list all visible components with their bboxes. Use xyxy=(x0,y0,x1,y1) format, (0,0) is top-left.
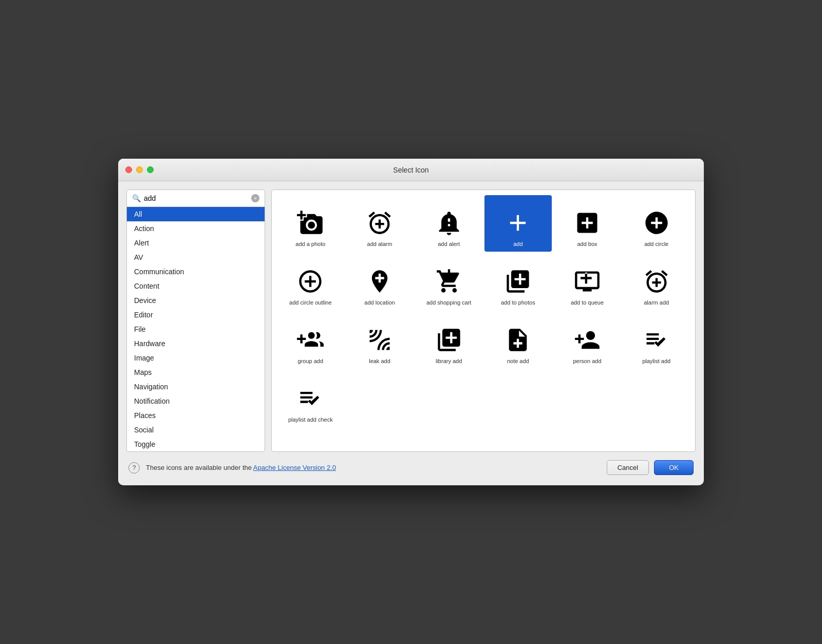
playlist-add-check-icon xyxy=(296,384,325,413)
icon-cell-person-add[interactable]: person add xyxy=(554,312,621,369)
icon-cell-library-add[interactable]: library add xyxy=(415,312,482,369)
icon-label-add-circle-outline: add circle outline xyxy=(289,299,332,306)
icon-cell-add-box[interactable]: add box xyxy=(554,195,621,252)
category-item-notification[interactable]: Notification xyxy=(127,394,265,408)
icon-cell-add-alarm[interactable]: add alarm xyxy=(346,195,414,252)
category-list: AllActionAlertAVCommunicationContentDevi… xyxy=(127,207,265,451)
ok-button[interactable]: OK xyxy=(654,460,694,475)
icon-grid-container: add a photoadd alarmadd alertaddadd boxa… xyxy=(271,190,696,452)
icon-cell-note-add[interactable]: note add xyxy=(484,312,552,369)
icon-label-add-alarm: add alarm xyxy=(367,240,393,248)
alarm-add-icon xyxy=(642,267,671,296)
icon-label-add-to-photos: add to photos xyxy=(501,299,535,306)
add-circle-outline-icon xyxy=(296,267,325,296)
icon-label-playlist-add: playlist add xyxy=(642,357,670,365)
icon-cell-add-to-queue[interactable]: add to queue xyxy=(554,254,621,310)
search-input[interactable] xyxy=(144,194,248,202)
category-item-content[interactable]: Content xyxy=(127,279,265,293)
category-item-toggle[interactable]: Toggle xyxy=(127,437,265,451)
icon-label-add-a-photo: add a photo xyxy=(295,240,325,248)
add-alarm-icon xyxy=(365,209,394,237)
category-item-communication[interactable]: Communication xyxy=(127,264,265,279)
icon-cell-add-alert[interactable]: add alert xyxy=(415,195,482,252)
add-to-queue-icon xyxy=(573,267,602,296)
add-icon xyxy=(503,209,532,237)
add-box-icon xyxy=(573,209,602,237)
footer: ? These icons are available under the Ap… xyxy=(126,458,696,477)
playlist-add-icon xyxy=(642,326,671,354)
icon-label-add-shopping-cart: add shopping cart xyxy=(426,299,471,306)
category-item-action[interactable]: Action xyxy=(127,221,265,236)
icon-label-add-box: add box xyxy=(577,240,597,248)
icon-cell-add-to-photos[interactable]: add to photos xyxy=(484,254,552,310)
add-circle-icon xyxy=(642,209,671,237)
content-area: 🔍 × AllActionAlertAVCommunicationContent… xyxy=(118,181,704,485)
main-area: 🔍 × AllActionAlertAVCommunicationContent… xyxy=(126,190,696,452)
license-link[interactable]: Apache License Version 2.0 xyxy=(253,464,336,471)
category-item-file[interactable]: File xyxy=(127,322,265,336)
icon-grid: add a photoadd alarmadd alertaddadd boxa… xyxy=(277,195,690,427)
close-button[interactable] xyxy=(125,166,132,173)
icon-cell-add-a-photo[interactable]: add a photo xyxy=(277,195,344,252)
search-clear-button[interactable]: × xyxy=(251,194,259,202)
icon-label-playlist-add-check: playlist add check xyxy=(288,416,333,423)
icon-cell-add-circle[interactable]: add circle xyxy=(623,195,690,252)
person-add-icon xyxy=(573,326,602,354)
category-item-image[interactable]: Image xyxy=(127,351,265,365)
add-alert-icon xyxy=(435,209,463,237)
category-item-alert[interactable]: Alert xyxy=(127,236,265,250)
category-item-navigation[interactable]: Navigation xyxy=(127,380,265,394)
icon-cell-playlist-add[interactable]: playlist add xyxy=(623,312,690,369)
add-shopping-cart-icon xyxy=(435,267,463,296)
icon-cell-playlist-add-check[interactable]: playlist add check xyxy=(277,371,344,427)
icon-cell-alarm-add[interactable]: alarm add xyxy=(623,254,690,310)
search-bar: 🔍 × xyxy=(127,190,265,207)
category-item-social[interactable]: Social xyxy=(127,423,265,437)
icon-cell-leak-add[interactable]: leak add xyxy=(346,312,414,369)
category-item-device[interactable]: Device xyxy=(127,293,265,308)
footer-text: These icons are available under the Apac… xyxy=(146,464,336,471)
category-item-maps[interactable]: Maps xyxy=(127,365,265,380)
icon-label-group-add: group add xyxy=(298,357,324,365)
add-to-photos-icon xyxy=(503,267,532,296)
sidebar: 🔍 × AllActionAlertAVCommunicationContent… xyxy=(126,190,265,452)
category-item-all[interactable]: All xyxy=(127,207,265,221)
icon-label-add-to-queue: add to queue xyxy=(571,299,604,306)
icon-cell-add-shopping-cart[interactable]: add shopping cart xyxy=(415,254,482,310)
cancel-button[interactable]: Cancel xyxy=(607,460,649,475)
icon-label-add-alert: add alert xyxy=(438,240,460,248)
add-location-icon xyxy=(365,267,394,296)
icon-label-add-circle: add circle xyxy=(644,240,668,248)
category-item-hardware[interactable]: Hardware xyxy=(127,336,265,351)
icon-cell-add-circle-outline[interactable]: add circle outline xyxy=(277,254,344,310)
category-item-editor[interactable]: Editor xyxy=(127,308,265,322)
icon-label-note-add: note add xyxy=(507,357,529,365)
icon-label-person-add: person add xyxy=(573,357,601,365)
maximize-button[interactable] xyxy=(147,166,154,173)
note-add-icon xyxy=(503,326,532,354)
icon-cell-group-add[interactable]: group add xyxy=(277,312,344,369)
icon-label-library-add: library add xyxy=(436,357,462,365)
group-add-icon xyxy=(296,326,325,354)
icon-cell-add[interactable]: add xyxy=(484,195,552,252)
icon-label-leak-add: leak add xyxy=(369,357,390,365)
icon-label-add: add xyxy=(513,240,522,248)
add-a-photo-icon xyxy=(296,209,325,237)
leak-add-icon xyxy=(365,326,394,354)
icon-label-alarm-add: alarm add xyxy=(644,299,669,306)
minimize-button[interactable] xyxy=(136,166,143,173)
help-button[interactable]: ? xyxy=(128,462,140,473)
traffic-lights xyxy=(125,166,154,173)
titlebar: Select Icon xyxy=(118,159,704,181)
category-item-av[interactable]: AV xyxy=(127,250,265,264)
icon-cell-add-location[interactable]: add location xyxy=(346,254,414,310)
search-icon: 🔍 xyxy=(132,194,141,202)
window-title: Select Icon xyxy=(393,166,428,174)
icon-label-add-location: add location xyxy=(364,299,395,306)
footer-buttons: Cancel OK xyxy=(607,460,694,475)
main-window: Select Icon 🔍 × AllActionAlertAVCommunic… xyxy=(118,159,704,485)
library-add-icon xyxy=(435,326,463,354)
category-item-places[interactable]: Places xyxy=(127,408,265,423)
